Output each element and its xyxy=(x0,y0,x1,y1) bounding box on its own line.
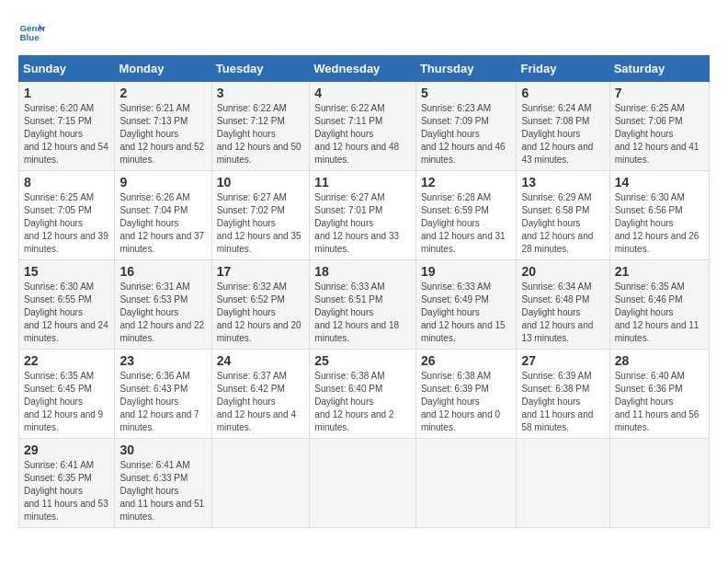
calendar-cell: 15 Sunrise: 6:30 AMSunset: 6:55 PMDaylig… xyxy=(19,260,115,350)
page-header: General Blue xyxy=(18,18,710,46)
day-detail: Sunrise: 6:32 AMSunset: 6:52 PMDaylight … xyxy=(217,282,301,343)
calendar-cell: 18 Sunrise: 6:33 AMSunset: 6:51 PMDaylig… xyxy=(310,260,416,350)
day-number: 30 xyxy=(119,442,206,457)
day-number: 29 xyxy=(24,442,109,457)
calendar-cell: 28 Sunrise: 6:40 AMSunset: 6:36 PMDaylig… xyxy=(609,350,709,439)
calendar-cell: 5 Sunrise: 6:23 AMSunset: 7:09 PMDayligh… xyxy=(415,82,517,171)
day-detail: Sunrise: 6:29 AMSunset: 6:58 PMDaylight … xyxy=(521,192,593,254)
column-header-sunday: Sunday xyxy=(19,56,115,82)
calendar-cell: 9 Sunrise: 6:26 AMSunset: 7:04 PMDayligh… xyxy=(115,171,211,260)
calendar-cell xyxy=(415,439,517,528)
day-detail: Sunrise: 6:40 AMSunset: 6:36 PMDaylight … xyxy=(615,371,700,432)
calendar-cell xyxy=(517,439,609,528)
day-number: 9 xyxy=(119,175,206,190)
day-detail: Sunrise: 6:24 AMSunset: 7:08 PMDaylight … xyxy=(521,103,593,165)
calendar-cell: 10 Sunrise: 6:27 AMSunset: 7:02 PMDaylig… xyxy=(211,171,310,260)
column-header-wednesday: Wednesday xyxy=(310,56,416,82)
calendar-cell: 21 Sunrise: 6:35 AMSunset: 6:46 PMDaylig… xyxy=(609,260,709,350)
logo: General Blue xyxy=(18,18,50,46)
day-number: 8 xyxy=(24,175,109,190)
day-detail: Sunrise: 6:22 AMSunset: 7:11 PMDaylight … xyxy=(314,103,399,165)
calendar-cell: 19 Sunrise: 6:33 AMSunset: 6:49 PMDaylig… xyxy=(415,260,517,350)
day-number: 21 xyxy=(615,264,704,279)
column-header-saturday: Saturday xyxy=(609,56,709,82)
day-number: 1 xyxy=(24,86,109,100)
calendar-header-row: SundayMondayTuesdayWednesdayThursdayFrid… xyxy=(19,56,710,82)
calendar-cell: 4 Sunrise: 6:22 AMSunset: 7:11 PMDayligh… xyxy=(310,82,416,171)
day-detail: Sunrise: 6:28 AMSunset: 6:59 PMDaylight … xyxy=(421,192,506,254)
day-number: 14 xyxy=(615,175,704,190)
day-detail: Sunrise: 6:39 AMSunset: 6:38 PMDaylight … xyxy=(521,371,593,432)
calendar-cell: 12 Sunrise: 6:28 AMSunset: 6:59 PMDaylig… xyxy=(415,171,517,260)
svg-text:Blue: Blue xyxy=(20,32,40,42)
day-number: 28 xyxy=(615,353,704,368)
calendar-table: SundayMondayTuesdayWednesdayThursdayFrid… xyxy=(18,55,710,528)
calendar-cell: 14 Sunrise: 6:30 AMSunset: 6:56 PMDaylig… xyxy=(609,171,709,260)
calendar-cell: 11 Sunrise: 6:27 AMSunset: 7:01 PMDaylig… xyxy=(310,171,416,260)
calendar-cell: 25 Sunrise: 6:38 AMSunset: 6:40 PMDaylig… xyxy=(310,350,416,439)
day-number: 15 xyxy=(24,264,109,279)
day-detail: Sunrise: 6:38 AMSunset: 6:39 PMDaylight … xyxy=(421,371,500,432)
day-detail: Sunrise: 6:21 AMSunset: 7:13 PMDaylight … xyxy=(119,103,204,165)
calendar-cell xyxy=(310,439,416,528)
day-detail: Sunrise: 6:36 AMSunset: 6:43 PMDaylight … xyxy=(119,371,199,432)
day-detail: Sunrise: 6:26 AMSunset: 7:04 PMDaylight … xyxy=(119,192,204,254)
day-number: 27 xyxy=(521,353,604,368)
day-number: 24 xyxy=(217,353,305,368)
day-number: 12 xyxy=(421,175,512,190)
calendar-cell: 3 Sunrise: 6:22 AMSunset: 7:12 PMDayligh… xyxy=(211,82,310,171)
day-number: 25 xyxy=(314,353,411,368)
day-number: 5 xyxy=(421,86,512,100)
calendar-week-1: 1 Sunrise: 6:20 AMSunset: 7:15 PMDayligh… xyxy=(19,82,710,171)
column-header-friday: Friday xyxy=(517,56,609,82)
day-number: 13 xyxy=(521,175,604,190)
day-detail: Sunrise: 6:22 AMSunset: 7:12 PMDaylight … xyxy=(217,103,301,165)
calendar-week-2: 8 Sunrise: 6:25 AMSunset: 7:05 PMDayligh… xyxy=(19,171,710,260)
day-detail: Sunrise: 6:30 AMSunset: 6:55 PMDaylight … xyxy=(24,282,108,343)
calendar-week-4: 22 Sunrise: 6:35 AMSunset: 6:45 PMDaylig… xyxy=(19,350,710,439)
calendar-cell: 16 Sunrise: 6:31 AMSunset: 6:53 PMDaylig… xyxy=(115,260,211,350)
day-detail: Sunrise: 6:30 AMSunset: 6:56 PMDaylight … xyxy=(615,192,700,254)
day-number: 22 xyxy=(24,353,109,368)
calendar-cell: 27 Sunrise: 6:39 AMSunset: 6:38 PMDaylig… xyxy=(517,350,609,439)
day-detail: Sunrise: 6:31 AMSunset: 6:53 PMDaylight … xyxy=(119,282,204,343)
day-number: 19 xyxy=(421,264,512,279)
calendar-cell: 6 Sunrise: 6:24 AMSunset: 7:08 PMDayligh… xyxy=(517,82,609,171)
day-number: 7 xyxy=(615,86,704,100)
day-number: 10 xyxy=(217,175,305,190)
calendar-cell: 20 Sunrise: 6:34 AMSunset: 6:48 PMDaylig… xyxy=(517,260,609,350)
day-number: 11 xyxy=(314,175,411,190)
calendar-cell: 24 Sunrise: 6:37 AMSunset: 6:42 PMDaylig… xyxy=(211,350,310,439)
day-number: 2 xyxy=(119,86,206,100)
day-number: 3 xyxy=(217,86,305,100)
svg-text:General: General xyxy=(20,23,47,33)
calendar-cell: 29 Sunrise: 6:41 AMSunset: 6:35 PMDaylig… xyxy=(19,439,115,528)
calendar-week-5: 29 Sunrise: 6:41 AMSunset: 6:35 PMDaylig… xyxy=(19,439,710,528)
column-header-monday: Monday xyxy=(115,56,211,82)
calendar-cell: 26 Sunrise: 6:38 AMSunset: 6:39 PMDaylig… xyxy=(415,350,517,439)
day-number: 6 xyxy=(521,86,604,100)
calendar-week-3: 15 Sunrise: 6:30 AMSunset: 6:55 PMDaylig… xyxy=(19,260,710,350)
day-number: 18 xyxy=(314,264,411,279)
day-detail: Sunrise: 6:20 AMSunset: 7:15 PMDaylight … xyxy=(24,103,108,165)
calendar-cell: 22 Sunrise: 6:35 AMSunset: 6:45 PMDaylig… xyxy=(19,350,115,439)
calendar-cell: 1 Sunrise: 6:20 AMSunset: 7:15 PMDayligh… xyxy=(19,82,115,171)
calendar-cell: 7 Sunrise: 6:25 AMSunset: 7:06 PMDayligh… xyxy=(609,82,709,171)
logo-icon: General Blue xyxy=(18,18,46,46)
day-number: 26 xyxy=(421,353,512,368)
day-detail: Sunrise: 6:41 AMSunset: 6:35 PMDaylight … xyxy=(24,460,108,522)
day-detail: Sunrise: 6:35 AMSunset: 6:45 PMDaylight … xyxy=(24,371,103,432)
calendar-cell: 23 Sunrise: 6:36 AMSunset: 6:43 PMDaylig… xyxy=(115,350,211,439)
day-detail: Sunrise: 6:33 AMSunset: 6:51 PMDaylight … xyxy=(314,282,399,343)
calendar-cell xyxy=(211,439,310,528)
day-number: 23 xyxy=(119,353,206,368)
day-detail: Sunrise: 6:25 AMSunset: 7:05 PMDaylight … xyxy=(24,192,108,254)
calendar-cell: 8 Sunrise: 6:25 AMSunset: 7:05 PMDayligh… xyxy=(19,171,115,260)
day-number: 17 xyxy=(217,264,305,279)
column-header-thursday: Thursday xyxy=(415,56,517,82)
day-detail: Sunrise: 6:27 AMSunset: 7:01 PMDaylight … xyxy=(314,192,399,254)
day-number: 4 xyxy=(314,86,411,100)
day-detail: Sunrise: 6:37 AMSunset: 6:42 PMDaylight … xyxy=(217,371,296,432)
day-detail: Sunrise: 6:25 AMSunset: 7:06 PMDaylight … xyxy=(615,103,700,165)
day-number: 16 xyxy=(119,264,206,279)
